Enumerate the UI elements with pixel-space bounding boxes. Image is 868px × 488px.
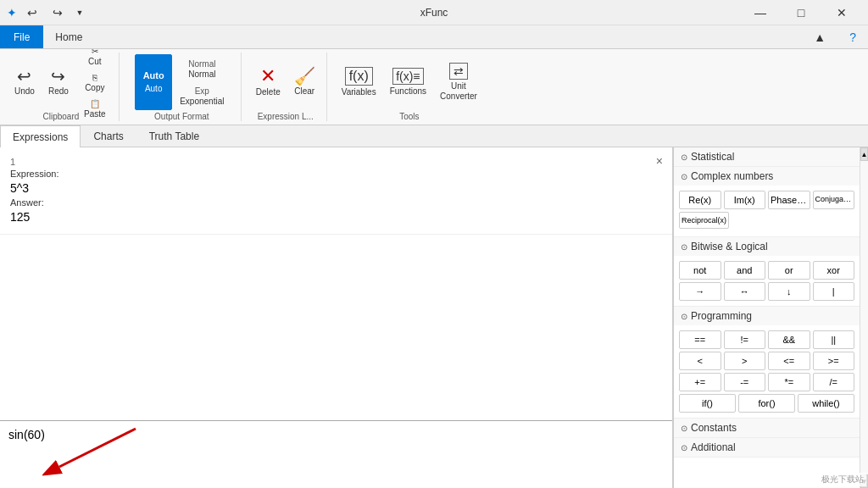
unit-converter-button[interactable]: ⇄ UnitConverter [434, 54, 483, 110]
re-button[interactable]: Re(x) [679, 191, 721, 209]
lte-button[interactable]: <= [768, 352, 810, 370]
expression-entry-1: 1 Expression: 5^3 Answer: 125 × [0, 147, 672, 235]
menu-help[interactable]: ▲ [802, 25, 837, 48]
additional-section: ⊙ Additional [674, 438, 860, 458]
answer-value: 125 [10, 208, 662, 225]
close-button[interactable]: ✕ [822, 0, 861, 25]
nor-button[interactable]: ↓ [768, 282, 810, 301]
tabs-bar: Expressions Charts Truth Table [0, 125, 868, 147]
constants-label: Constants [691, 422, 737, 434]
pipe-button[interactable]: | [813, 282, 855, 301]
minus-eq-button[interactable]: -= [724, 373, 766, 391]
programming-collapse-icon: ⊙ [681, 312, 687, 321]
div-eq-button[interactable]: /= [813, 373, 855, 391]
delete-icon: ✕ [260, 67, 275, 86]
im-button[interactable]: Im(x) [724, 191, 766, 209]
functions-icon: f(x)≡ [392, 68, 423, 85]
additional-header[interactable]: ⊙ Additional [674, 438, 860, 457]
while-button[interactable]: while() [798, 394, 854, 413]
title-bar-left: ✦ ↩ ↪ ▼ [7, 0, 86, 25]
close-expression-button[interactable]: × [652, 152, 667, 169]
expression-input-area: sin(60) [0, 420, 672, 488]
additional-collapse-icon: ⊙ [681, 443, 687, 452]
and-and-button[interactable]: && [768, 330, 810, 349]
right-panel-container: ⊙ Statistical ⊙ Complex numbers Re(x) Im… [673, 147, 868, 488]
complex-collapse-icon: ⊙ [681, 172, 687, 181]
paste-icon: 📋 [90, 99, 100, 108]
watermark: 极光下载站 [819, 473, 866, 486]
statistical-label: Statistical [691, 151, 734, 163]
exp-format-button[interactable]: Exp Exponential [175, 83, 228, 108]
or-or-button[interactable]: || [813, 330, 855, 349]
imply-button[interactable]: → [679, 282, 721, 301]
additional-label: Additional [691, 441, 736, 453]
quick-redo[interactable]: ↪ [47, 0, 68, 25]
conjugate-button[interactable]: Conjugate(x) [813, 191, 855, 209]
complex-header[interactable]: ⊙ Complex numbers [674, 167, 860, 186]
window-title: xFunc [420, 7, 448, 19]
paste-button[interactable]: 📋 Paste [76, 97, 114, 121]
cut-button[interactable]: ✂ Cut [76, 44, 114, 69]
clipboard-buttons: ↩ Undo ↪ Redo ✂ Cut ⎘ Copy 📋 Paste [8, 54, 114, 110]
programming-header[interactable]: ⊙ Programming [674, 307, 860, 325]
expression-input[interactable]: sin(60) [0, 421, 672, 488]
tab-truth-table[interactable]: Truth Table [136, 125, 212, 147]
tab-expressions[interactable]: Expressions [0, 125, 81, 147]
complex-content: Re(x) Im(x) Phase(x) Conjugate(x) Recipr… [674, 186, 860, 236]
delete-button[interactable]: ✕ Delete [250, 54, 287, 110]
complex-label: Complex numbers [691, 170, 773, 182]
for-button[interactable]: for() [738, 394, 795, 413]
variables-button[interactable]: f(x) Variables [336, 54, 382, 110]
menu-help-icon[interactable]: ? [837, 25, 868, 48]
not-button[interactable]: not [679, 261, 721, 280]
functions-button[interactable]: f(x)≡ Functions [384, 54, 432, 110]
times-eq-button[interactable]: *= [768, 373, 810, 391]
unit-converter-icon: ⇄ [449, 63, 468, 80]
auto-button[interactable]: Auto Auto [135, 54, 172, 110]
plus-eq-button[interactable]: += [679, 373, 721, 391]
constants-header[interactable]: ⊙ Constants [674, 419, 860, 437]
minimize-button[interactable]: — [741, 0, 780, 25]
expression-empty-area [0, 235, 672, 420]
undo-icon: ↩ [17, 68, 31, 85]
statistical-header[interactable]: ⊙ Statistical [674, 147, 860, 166]
gt-button[interactable]: > [724, 352, 766, 370]
scroll-up-button[interactable]: ▲ [860, 147, 868, 161]
lt-button[interactable]: < [679, 352, 721, 370]
expression-value: 5^3 [10, 180, 662, 197]
quick-dropdown[interactable]: ▼ [73, 0, 86, 25]
title-bar: ✦ ↩ ↪ ▼ xFunc — □ ✕ [0, 0, 868, 25]
programming-label: Programming [691, 310, 752, 322]
redo-button[interactable]: ↪ Redo [42, 54, 75, 110]
bitwise-section: ⊙ Bitwise & Logical not and or xor → ↔ ↓… [674, 237, 860, 307]
maximize-button[interactable]: □ [782, 0, 821, 25]
expression-lib-label: Expression L... [258, 110, 314, 121]
clear-button[interactable]: 🧹 Clear [288, 54, 321, 110]
window-controls: — □ ✕ [741, 0, 861, 25]
undo-button[interactable]: ↩ Undo [8, 54, 41, 110]
phase-button[interactable]: Phase(x) [768, 191, 810, 209]
or-button[interactable]: or [768, 261, 810, 280]
expression-lib-group: ✕ Delete 🧹 Clear Expression L... [245, 53, 327, 121]
programming-content: == != && || < > <= >= += -= *= [674, 325, 860, 418]
output-format-group: Auto Auto Normal Normal Exp Exponential … [123, 53, 242, 121]
right-panel: ⊙ Statistical ⊙ Complex numbers Re(x) Im… [673, 147, 860, 488]
bitwise-header[interactable]: ⊙ Bitwise & Logical [674, 237, 860, 256]
bitwise-label: Bitwise & Logical [691, 241, 768, 252]
tools-group: f(x) Variables f(x)≡ Functions ⇄ UnitCon… [331, 53, 488, 121]
gte-button[interactable]: >= [813, 352, 855, 370]
menu-bar: File Home ▲ ? [0, 25, 868, 49]
tab-charts[interactable]: Charts [81, 125, 136, 147]
biimply-button[interactable]: ↔ [724, 282, 766, 301]
copy-button[interactable]: ⎘ Copy [76, 70, 114, 95]
if-button[interactable]: if() [679, 394, 736, 413]
eq-button[interactable]: == [679, 330, 721, 349]
menu-file[interactable]: File [0, 25, 43, 48]
xor-button[interactable]: xor [813, 261, 855, 280]
quick-undo[interactable]: ↩ [22, 0, 42, 25]
bitwise-collapse-icon: ⊙ [681, 242, 687, 252]
normal-format-button[interactable]: Normal Normal [175, 56, 228, 81]
reciprocal-button[interactable]: Reciprocal(x) [679, 212, 729, 229]
and-button[interactable]: and [724, 261, 766, 280]
neq-button[interactable]: != [724, 330, 766, 349]
